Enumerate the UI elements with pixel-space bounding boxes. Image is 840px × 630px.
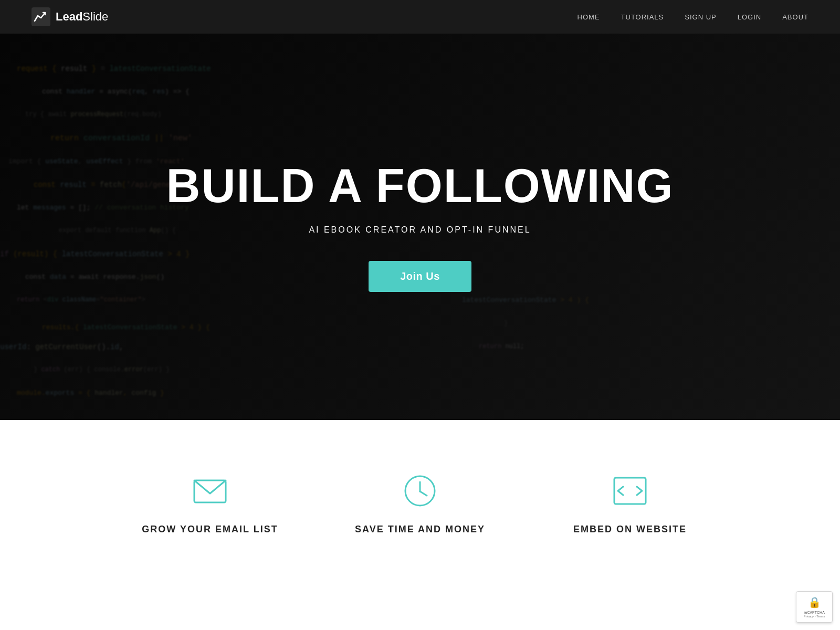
feature-time: SAVE TIME AND MONEY bbox=[315, 462, 525, 545]
nav-home[interactable]: HOME bbox=[578, 13, 600, 21]
logo-icon bbox=[32, 7, 50, 26]
code-icon bbox=[612, 472, 648, 509]
nav-about[interactable]: ABOUT bbox=[782, 13, 808, 21]
feature-embed: EMBED ON WEBSITE bbox=[525, 462, 735, 545]
svg-line-4 bbox=[420, 491, 427, 496]
nav-signup[interactable]: SIGN UP bbox=[685, 13, 716, 21]
feature-time-label: SAVE TIME AND MONEY bbox=[355, 524, 485, 535]
logo-text: LeadSlide bbox=[56, 10, 108, 24]
nav-login[interactable]: LOGIN bbox=[738, 13, 761, 21]
nav-links: HOME TUTORIALS SIGN UP LOGIN ABOUT bbox=[578, 12, 808, 22]
hero-section: request { result } = latestConversationS… bbox=[0, 34, 840, 420]
mail-icon bbox=[192, 472, 228, 509]
hero-content: BUILD A FOLLOWING AI EBOOK CREATOR AND O… bbox=[166, 162, 674, 292]
feature-email: GROW YOUR EMAIL LIST bbox=[105, 462, 315, 545]
logo[interactable]: LeadSlide bbox=[32, 7, 108, 26]
join-us-button[interactable]: Join Us bbox=[369, 261, 471, 292]
feature-email-label: GROW YOUR EMAIL LIST bbox=[142, 524, 278, 535]
nav-tutorials[interactable]: TUTORIALS bbox=[621, 13, 664, 21]
navbar: LeadSlide HOME TUTORIALS SIGN UP LOGIN A… bbox=[0, 0, 840, 34]
clock-icon bbox=[402, 472, 438, 509]
feature-embed-label: EMBED ON WEBSITE bbox=[573, 524, 687, 535]
hero-title: BUILD A FOLLOWING bbox=[166, 162, 674, 209]
hero-subtitle: AI EBOOK CREATOR AND OPT-IN FUNNEL bbox=[166, 225, 674, 235]
features-section: GROW YOUR EMAIL LIST SAVE TIME AND MONEY… bbox=[0, 420, 840, 577]
